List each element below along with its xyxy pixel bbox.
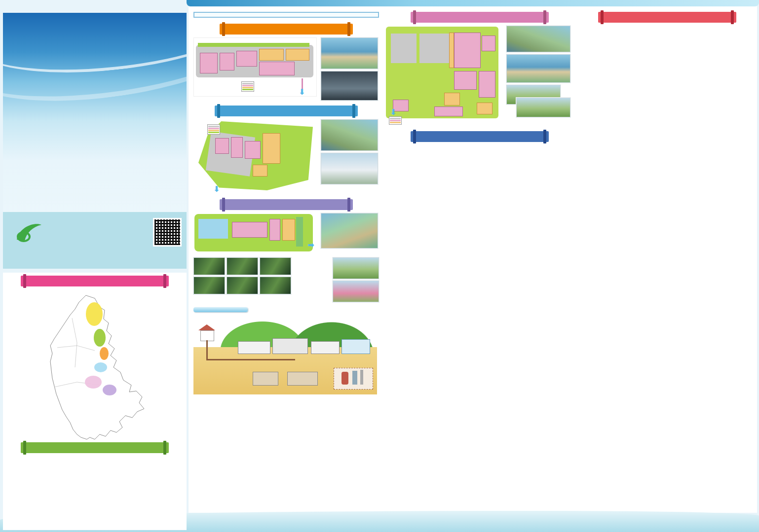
site-plan-kumozugawa: ⬇ — [193, 119, 316, 194]
header-bar-left — [23, 274, 26, 288]
cover-photo-grid — [5, 81, 186, 208]
column-matsusaka: ⬇ — [385, 12, 574, 145]
photo-bird — [260, 257, 291, 275]
header-bar-left — [413, 10, 416, 24]
photo-open-facility — [516, 98, 570, 117]
header-bar-left — [23, 441, 26, 455]
photo-fish — [260, 277, 291, 294]
section-header-matsusaka — [411, 12, 549, 23]
header-bar-left — [222, 198, 225, 212]
map-section-header — [21, 276, 169, 286]
cover-panel — [3, 13, 187, 269]
header-bar-right — [352, 104, 355, 118]
header-bar-left — [222, 22, 225, 36]
top-wave-band — [187, 0, 759, 6]
map-panel — [3, 273, 187, 530]
header-bar-right — [163, 274, 166, 288]
photo-open-facility — [333, 257, 379, 279]
photo-fish — [227, 277, 258, 294]
outfall-arrow-icon: ⬇ — [213, 184, 220, 194]
header-bar-right — [163, 441, 166, 455]
photo-fish — [193, 277, 225, 294]
photo-kongogawa-aerial — [506, 26, 570, 52]
mie-prefecture-map — [3, 288, 187, 441]
section-header-miyagawa — [220, 199, 353, 210]
photo-open-facility — [333, 281, 379, 302]
shikumi-bullet — [253, 307, 379, 314]
policy-column — [577, 12, 757, 23]
sewerage-system-diagram — [193, 317, 377, 394]
header-bar-left — [217, 104, 220, 118]
header-bar-right — [731, 10, 734, 24]
plan-legend — [241, 81, 254, 92]
section-header-kumozugawa — [215, 106, 358, 116]
nature-bullet — [294, 257, 329, 302]
site-plan-shitomogawa: ⬇ — [193, 37, 317, 97]
outfall-arrow-icon: ⬇ — [299, 87, 305, 97]
site-plan-matsusaka: ⬇ — [385, 26, 500, 122]
header-bar-right — [347, 198, 350, 212]
intro-box — [193, 12, 379, 18]
header-bar-left — [413, 130, 416, 143]
policy-section-header — [598, 12, 736, 23]
site-plan-miyagawa: ⬇ — [193, 213, 316, 255]
header-bar-right — [347, 22, 350, 36]
outfall-arrow-icon: ⬇ — [306, 242, 316, 248]
contact-strip — [3, 212, 187, 269]
qr-code — [153, 218, 182, 247]
photo-isuzugawa-aerial — [321, 213, 378, 248]
photo-tsu-matsusaka-port-aerial — [321, 119, 378, 151]
photo-matsusaka-port-aerial — [506, 54, 570, 83]
plan-legend — [207, 124, 220, 135]
photo-ise-bay-aerial — [321, 37, 378, 69]
header-bar-left — [601, 10, 604, 24]
photo-bird — [193, 257, 225, 275]
photo-covered-facility-interior — [321, 71, 378, 101]
shikumi-header — [193, 307, 248, 312]
organization-chart — [5, 456, 185, 528]
organization-section-header — [21, 442, 169, 453]
plan-legend — [389, 116, 402, 125]
section-header-shitomogawa — [220, 24, 353, 35]
header-bar-right — [543, 130, 546, 143]
mie-prefecture-logo — [13, 220, 44, 245]
column-overview: ⬇ — [193, 12, 379, 394]
photo-karasu-relay-pump-station — [321, 153, 378, 184]
status-section-header — [411, 131, 549, 142]
photo-bird — [227, 257, 258, 275]
outfall-arrow-icon: ⬇ — [390, 107, 396, 117]
header-bar-right — [543, 10, 546, 24]
